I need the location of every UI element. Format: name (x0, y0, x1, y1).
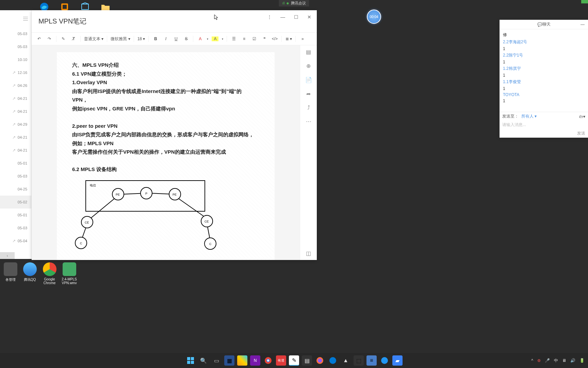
app-icon[interactable]: ⬚ (354, 355, 364, 366)
undo-button[interactable]: ↶ (36, 36, 43, 41)
svg-rect-30 (187, 357, 190, 360)
sidebar-item[interactable]: 05-02 (0, 196, 31, 209)
highlight-button[interactable]: A (212, 36, 218, 41)
tencent-meeting-badge[interactable]: ıll 腾讯会议 (279, 0, 309, 6)
underline-button[interactable]: U (173, 36, 179, 41)
firefox-icon[interactable] (315, 355, 325, 366)
export-icon[interactable]: ⤴ (307, 105, 310, 111)
sidebar-item[interactable]: ↗04-26 (0, 79, 31, 92)
align-button[interactable]: ≣ ▾ (285, 36, 292, 41)
paragraph-style-select[interactable]: 普通文本 ▾ (84, 36, 103, 42)
taskview-icon[interactable]: ▭ (211, 355, 222, 366)
note-title: MPLS VPN笔记 (38, 17, 86, 26)
chat-minimize-icon[interactable]: — (581, 22, 585, 27)
tencent-label: 腾讯会议 (291, 1, 306, 6)
panel-toggle-icon[interactable]: ◫ (306, 250, 311, 257)
youdao-icon[interactable]: 有道 (276, 355, 286, 366)
editor-toolbar: ↶ ↷ ✎ T̸ 普通文本 ▾ 微软雅黑 ▾ 18 ▾ B I U S A▾ A… (32, 32, 317, 45)
bullet-list-button[interactable]: ☰ (230, 36, 237, 41)
desktop-icon[interactable]: 各管理 (1, 262, 20, 282)
chat-body[interactable]: 修 2.2李海超2号12.2陈宁1号11.2韩淇宇11.1李俊莹1TOYOTA1 (500, 29, 588, 112)
desktop-icon[interactable]: 腾讯QQ (20, 262, 39, 282)
toolbar-more-button[interactable]: » (299, 36, 306, 41)
outline-icon[interactable]: ▤ (306, 49, 311, 55)
app-icon[interactable] (379, 355, 390, 366)
sidebar-item[interactable]: ↗04-21 (0, 92, 31, 105)
sidebar-item[interactable]: 05-03 (0, 27, 31, 40)
tray-chevron-icon[interactable]: ^ (531, 358, 533, 363)
onenote-icon[interactable]: N (250, 355, 260, 366)
clear-format-icon[interactable]: T̸ (70, 36, 77, 41)
sidebar-menu-button[interactable] (0, 10, 31, 27)
chat-username: 2.2李海超2号 (503, 39, 585, 46)
maximize-icon[interactable]: ☐ (292, 14, 300, 20)
tray-mic-icon[interactable]: 🎤 (545, 358, 550, 363)
redo-button[interactable]: ↷ (46, 36, 53, 41)
tray-icon[interactable]: ⊚ (537, 358, 541, 363)
sidebar-item[interactable]: ↗04-21 (0, 144, 31, 157)
note-titlebar[interactable]: MPLS VPN笔记 ⋮ — ☐ ✕ (32, 10, 317, 32)
tray-display-icon[interactable]: 🖥 (562, 358, 566, 363)
code-button[interactable]: </> (271, 36, 278, 41)
more-icon[interactable]: ⋮ (265, 14, 274, 20)
sidebar-item[interactable]: ↗04-21 (0, 105, 31, 118)
sidebar-item[interactable]: 05-03 (0, 221, 31, 234)
search-icon[interactable]: 🔍 (198, 355, 209, 366)
sidebar-date: 04-21 (18, 109, 27, 113)
active-app-icon[interactable]: ✎ (289, 355, 299, 366)
bold-button[interactable]: B (152, 36, 159, 41)
sidebar-item[interactable]: ↗04-21 (0, 131, 31, 144)
app-icon[interactable]: ▲ (341, 355, 351, 366)
paper-content[interactable]: 六、MPLS VPN介绍 6.1 VPN建立模型分类； 1.Overlay VP… (57, 52, 275, 260)
doc-icon[interactable]: 📄 (305, 77, 312, 83)
chat-titlebar[interactable]: 💬 聊天 — (500, 20, 588, 29)
minimize-icon[interactable]: — (279, 14, 287, 20)
svg-text:PE: PE (116, 193, 120, 196)
sidebar-item[interactable]: 10-10 (0, 53, 31, 66)
note-page[interactable]: 六、MPLS VPN介绍 6.1 VPN建立模型分类； 1.Overlay VP… (32, 45, 300, 260)
tray-volume-icon[interactable]: 🔊 (570, 358, 575, 363)
sidebar-item[interactable]: 05-03 (0, 40, 31, 53)
sidebar-item[interactable]: 05-03 (0, 170, 31, 183)
edge-icon[interactable] (328, 355, 338, 366)
quote-button[interactable]: ❝ (261, 36, 268, 41)
chrome-icon[interactable] (263, 355, 273, 366)
text-color-button[interactable]: A (197, 36, 203, 41)
app-icon[interactable] (237, 355, 247, 366)
meeting-timer[interactable]: 00:04 (367, 10, 381, 24)
add-icon[interactable]: ⊕ (306, 63, 311, 69)
sidebar-collapse-button[interactable]: ‹ (0, 252, 15, 259)
more-icon[interactable]: ⋯ (306, 118, 311, 125)
app-icon[interactable]: ≡ (366, 355, 377, 366)
strike-button[interactable]: S (183, 36, 190, 41)
sidebar-item[interactable]: ↗05-04 (0, 234, 31, 247)
chat-message: 1 (503, 46, 585, 52)
sidebar-item[interactable]: ↗12-16 (0, 66, 31, 79)
number-list-button[interactable]: ≡ (241, 36, 247, 41)
italic-button[interactable]: I (162, 36, 169, 41)
widgets-icon[interactable]: ▦ (224, 355, 234, 366)
share-icon[interactable]: ➦ (306, 91, 311, 97)
chat-send-button[interactable]: 发送 (500, 129, 588, 138)
format-brush-icon[interactable]: ✎ (60, 36, 67, 41)
chat-attach-icon[interactable]: 🗁▾ (579, 114, 585, 119)
send-to-select[interactable]: 所有人 ▾ (521, 113, 537, 119)
svg-text:PE: PE (173, 193, 177, 196)
desktop-icon[interactable]: 2.4-MPLS VPN.wmv (60, 262, 79, 285)
ime-indicator[interactable]: 中 (554, 358, 558, 364)
app-icon[interactable]: ▤ (302, 355, 312, 366)
close-icon[interactable]: ✕ (305, 14, 313, 20)
tencent-meeting-icon[interactable]: ▰ (392, 355, 403, 366)
checklist-button[interactable]: ☑ (251, 36, 258, 41)
font-family-select[interactable]: 微软雅黑 ▾ (111, 36, 130, 42)
svg-line-25 (208, 227, 210, 237)
chat-input[interactable]: 请输入消息... (500, 121, 588, 129)
tray-battery-icon[interactable]: 🔋 (579, 358, 585, 363)
font-size-select[interactable]: 18 ▾ (137, 36, 145, 41)
start-button[interactable] (185, 355, 196, 366)
sidebar-item[interactable]: ↗04-29 (0, 118, 31, 131)
desktop-icon[interactable]: Google Chrome (40, 262, 59, 285)
sidebar-item[interactable]: 05-01 (0, 157, 31, 170)
sidebar-item[interactable]: 04-25 (0, 183, 31, 196)
sidebar-item[interactable]: 05-01 (0, 209, 31, 221)
